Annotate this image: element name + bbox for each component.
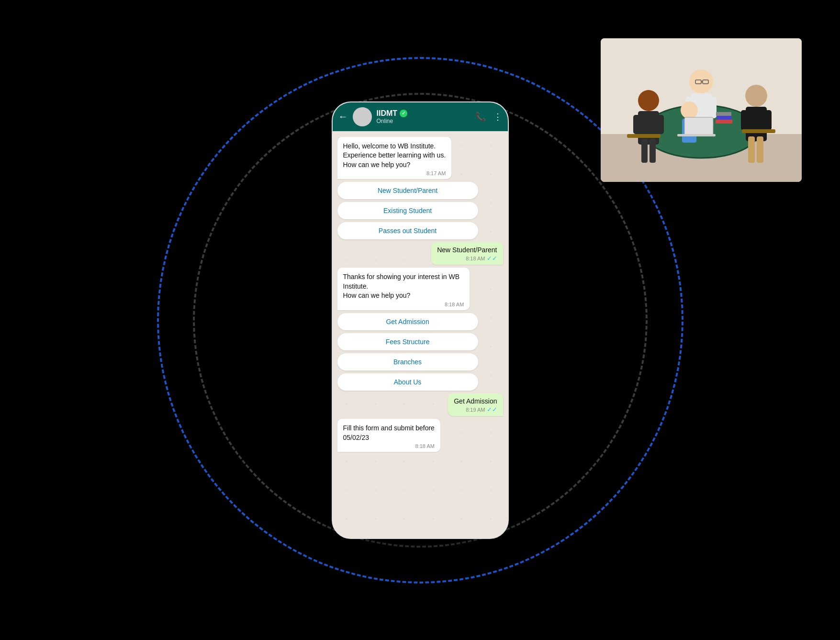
phone-mockup: ← IIDMT ✓ Online 📞 ⋮ Hello,	[332, 101, 509, 539]
more-options-icon[interactable]: ⋮	[493, 112, 502, 122]
svg-rect-29	[716, 112, 731, 116]
message-sent-new-student-text: New Student/Parent	[437, 246, 497, 254]
double-tick-icon: ✓✓	[487, 255, 497, 262]
message-fill-form: Fill this form and submit before05/02/23…	[337, 419, 440, 452]
svg-rect-27	[716, 120, 732, 124]
message-sent-new-student: New Student/Parent 8:18 AM ✓✓	[431, 242, 503, 265]
option-about-us[interactable]: About Us	[337, 373, 478, 391]
message-fill-form-text: Fill this form and submit before05/02/23	[343, 424, 435, 442]
svg-rect-13	[710, 97, 717, 118]
verified-badge: ✓	[400, 110, 407, 117]
svg-rect-31	[742, 129, 775, 133]
contact-name-text: IIDMT	[377, 109, 398, 118]
message-thanks-time: 8:18 AM	[343, 302, 464, 307]
svg-rect-28	[717, 116, 731, 120]
message-welcome-text: Hello, welcome to WB Institute.Experienc…	[343, 142, 446, 170]
message-sent-new-student-time: 8:18 AM ✓✓	[437, 255, 497, 262]
svg-rect-30	[627, 134, 661, 138]
whatsapp-header: ← IIDMT ✓ Online 📞 ⋮	[333, 102, 508, 131]
back-button[interactable]: ←	[338, 111, 348, 122]
svg-rect-8	[641, 139, 648, 163]
svg-point-19	[745, 85, 767, 107]
svg-rect-6	[633, 115, 640, 134]
contact-status: Online	[377, 118, 470, 124]
svg-rect-5	[638, 111, 659, 145]
option-existing-student[interactable]: Existing Student	[337, 202, 478, 219]
svg-rect-20	[746, 107, 767, 141]
message-thanks-text: Thanks for showing your interest in WB I…	[343, 272, 464, 301]
message-fill-form-time: 8:18 AM	[343, 443, 435, 449]
svg-rect-7	[657, 115, 664, 134]
options-group-1: New Student/Parent Existing Student Pass…	[337, 182, 478, 239]
options-group-2: Get Admission Fees Structure Branches Ab…	[337, 313, 478, 391]
svg-point-17	[681, 101, 698, 119]
meeting-illustration	[601, 38, 802, 182]
video-call-icon[interactable]: 📞	[475, 112, 486, 122]
option-new-student-parent[interactable]: New Student/Parent	[337, 182, 478, 199]
message-sent-get-admission-time: 8:19 AM ✓✓	[454, 406, 497, 413]
phone-wrapper: ← IIDMT ✓ Online 📞 ⋮ Hello,	[332, 101, 509, 539]
photo-overlay	[601, 38, 802, 182]
svg-rect-9	[650, 139, 656, 163]
message-thanks: Thanks for showing your interest in WB I…	[337, 268, 470, 310]
svg-point-4	[638, 90, 659, 111]
message-sent-get-admission: Get Admission 8:19 AM ✓✓	[448, 393, 503, 416]
option-branches[interactable]: Branches	[337, 353, 478, 371]
main-scene: ← IIDMT ✓ Online 📞 ⋮ Hello,	[0, 0, 840, 640]
svg-rect-25	[684, 117, 713, 135]
message-welcome: Hello, welcome to WB Institute.Experienc…	[337, 137, 452, 180]
option-get-admission[interactable]: Get Admission	[337, 313, 478, 330]
svg-rect-24	[757, 136, 763, 163]
contact-name-row: IIDMT ✓	[377, 109, 470, 118]
svg-rect-26	[677, 134, 716, 136]
svg-rect-21	[741, 110, 747, 130]
option-fees-structure[interactable]: Fees Structure	[337, 333, 478, 350]
svg-rect-22	[765, 110, 772, 130]
message-sent-get-admission-text: Get Admission	[454, 397, 497, 405]
svg-rect-23	[748, 136, 755, 163]
chat-body: Hello, welcome to WB Institute.Experienc…	[333, 131, 508, 538]
contact-info: IIDMT ✓ Online	[377, 109, 470, 124]
header-actions: 📞 ⋮	[475, 112, 502, 122]
contact-avatar	[353, 107, 372, 126]
message-welcome-time: 8:17 AM	[343, 170, 446, 176]
double-tick-icon-2: ✓✓	[487, 406, 497, 413]
option-passes-out-student[interactable]: Passes out Student	[337, 222, 478, 239]
